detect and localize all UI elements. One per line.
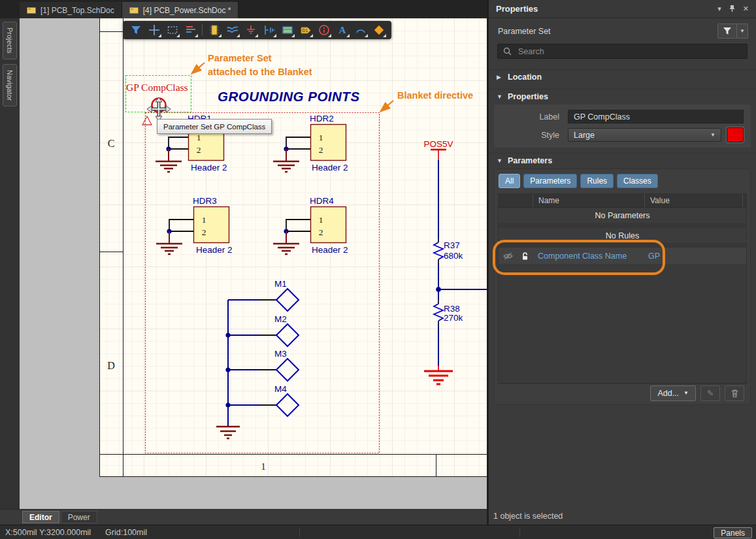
section-location[interactable]: ▶ Location [489, 69, 756, 84]
marker-label[interactable]: M3 [274, 349, 287, 359]
power-port-icon[interactable] [260, 22, 278, 39]
schdoc-icon [27, 7, 36, 14]
section-properties[interactable]: ▼ Properties [489, 89, 756, 103]
power-net-label[interactable]: POS5V [423, 139, 453, 149]
delete-button[interactable] [725, 385, 744, 401]
table-empty-area [499, 264, 746, 383]
panels-button[interactable]: Panels [714, 527, 752, 538]
pin-number: 2 [319, 227, 323, 237]
dropdown-corner [273, 34, 276, 37]
marker-label[interactable]: M2 [274, 314, 287, 324]
filter-icon[interactable] [127, 22, 144, 39]
tab-classes[interactable]: Classes [617, 174, 658, 188]
value[interactable]: 270k [444, 313, 463, 323]
search-input[interactable] [517, 46, 742, 57]
schematic-title[interactable]: GROUNDING POINTS [218, 89, 360, 104]
designator[interactable]: HDR2 [310, 114, 334, 123]
section-label: Properties [508, 92, 548, 101]
parameter-set-icon[interactable] [370, 22, 387, 39]
parameter-value[interactable]: GP [643, 252, 746, 261]
style-select[interactable]: Large ▼ [568, 128, 721, 142]
doc-tab-pcb-top[interactable]: [1] PCB_Top.SchDoc [20, 2, 122, 18]
end-column-header [742, 194, 746, 207]
pin-number: 1 [197, 133, 201, 142]
value-column-header[interactable]: Value [644, 194, 742, 207]
arc-icon[interactable] [352, 22, 369, 39]
section-parameters[interactable]: ▼ Parameters [489, 153, 756, 167]
value[interactable]: 680k [444, 251, 463, 261]
schematic-editor[interactable]: C D 1 GROUNDING POINTS GP CompClass Para… [20, 18, 487, 509]
tab-rules[interactable]: Rules [580, 174, 614, 188]
table-gap [499, 243, 746, 248]
dropdown-corner [346, 34, 350, 37]
name-column-header[interactable]: Name [533, 194, 644, 207]
parameter-set-label[interactable]: GP CompClass [126, 82, 188, 93]
search-box[interactable] [497, 44, 748, 59]
search-icon [503, 47, 512, 56]
close-icon[interactable]: ✕ [743, 5, 749, 13]
designator[interactable]: HDR4 [310, 196, 334, 206]
text-icon[interactable]: A [333, 22, 351, 39]
text-glyph: A [338, 25, 346, 35]
schematic-canvas[interactable]: C D 1 GROUNDING POINTS GP CompClass Para… [20, 18, 487, 509]
marker-label[interactable]: M4 [274, 384, 287, 394]
table-header: Name Value [499, 194, 746, 208]
table-row[interactable]: Component Class Name GP [499, 248, 746, 264]
tab-power[interactable]: Power [61, 511, 97, 523]
grid-setting: Grid:100mil [105, 528, 147, 537]
parameter-name[interactable]: Component Class Name [533, 252, 643, 261]
pin-icon[interactable] [729, 5, 736, 14]
expand-chevron-icon: ▼ [497, 93, 502, 100]
sidebar-tab-projects[interactable]: Projects [3, 22, 17, 59]
callout-blanket-label: Blanket directive [397, 90, 473, 101]
wire-icon[interactable] [223, 22, 241, 39]
parameters-footer: Add... ▼ ✎ [498, 384, 747, 402]
visibility-off-icon[interactable] [499, 252, 517, 261]
designator[interactable]: HDR3 [193, 196, 217, 206]
sheet-symbol-icon[interactable] [278, 22, 296, 39]
label-input[interactable] [568, 110, 744, 123]
callout-line-2: attached to the Blanket [208, 67, 312, 77]
zone-label-d: D [107, 360, 115, 371]
parameters-group: All Parameters Rules Classes Name Value … [494, 169, 751, 405]
sidebar-tab-navigator[interactable]: Navigator [3, 64, 17, 106]
marker-label[interactable]: M1 [274, 279, 287, 289]
no-erc-icon[interactable] [315, 22, 333, 39]
doc-tab-pcb-power[interactable]: [4] PCB_Power.SchDoc * [122, 2, 239, 18]
style-color-swatch[interactable] [727, 127, 744, 142]
object-type-row: Parameter Set ▼ [498, 23, 748, 39]
tab-editor[interactable]: Editor [22, 511, 59, 523]
designator[interactable]: R37 [444, 240, 460, 250]
comment[interactable]: Header 2 [312, 245, 348, 255]
gnd-power-port-icon[interactable] [242, 22, 259, 39]
pin-number: 1 [319, 133, 323, 142]
comment[interactable]: Header 2 [191, 163, 227, 172]
designator[interactable]: R38 [444, 304, 460, 314]
add-button[interactable]: Add... ▼ [650, 385, 696, 401]
dropdown-corner [218, 34, 222, 37]
tab-parameters[interactable]: Parameters [523, 174, 577, 188]
funnel-icon [723, 27, 732, 35]
part-icon[interactable] [205, 22, 223, 39]
selection-status-text: 1 object is selected [493, 512, 563, 521]
lock-icon[interactable] [517, 252, 533, 261]
selection-rect-icon[interactable] [163, 22, 181, 39]
filter-scope-dropdown[interactable]: ▼ [737, 24, 748, 39]
bottom-tab-bar: Editor Power [0, 509, 487, 525]
edit-button[interactable]: ✎ [700, 385, 720, 401]
label-field-row: Label [494, 110, 744, 123]
comment[interactable]: Header 2 [312, 163, 348, 172]
style-caption: Style [494, 131, 568, 140]
trash-icon [731, 389, 739, 398]
tab-all[interactable]: All [499, 174, 520, 188]
comment[interactable]: Header 2 [196, 245, 233, 255]
dropdown-corner [383, 34, 386, 37]
no-parameters-row: No Parameters [499, 208, 746, 223]
align-icon[interactable] [182, 22, 199, 39]
filter-scope-button[interactable] [717, 24, 737, 39]
cursor-icon[interactable] [145, 22, 163, 39]
tooltip-text: Parameter Set GP CompClass [163, 123, 265, 131]
hover-tooltip: Parameter Set GP CompClass [157, 119, 272, 134]
designator-icon[interactable]: D1 [297, 22, 314, 39]
panel-menu-chevron-icon[interactable]: ▾ [717, 5, 721, 13]
